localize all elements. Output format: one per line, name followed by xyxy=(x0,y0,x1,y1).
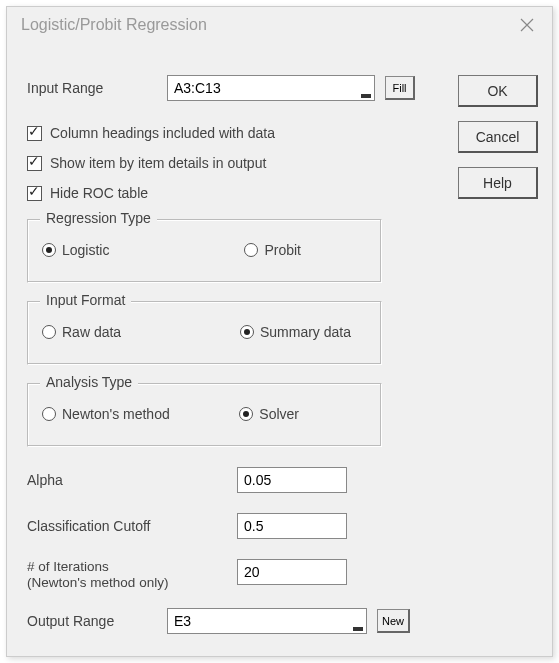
cancel-button[interactable]: Cancel xyxy=(458,121,538,153)
ok-button[interactable]: OK xyxy=(458,75,538,107)
radio-solver[interactable]: Solver xyxy=(239,406,299,422)
radio-summary-data[interactable]: Summary data xyxy=(240,324,351,340)
cutoff-row: Classification Cutoff xyxy=(27,513,538,539)
group-input-format-legend: Input Format xyxy=(40,292,131,308)
dialog-title: Logistic/Probit Regression xyxy=(21,16,207,34)
output-range-field[interactable] xyxy=(167,608,367,634)
radio-raw-label: Raw data xyxy=(62,324,121,340)
alpha-field[interactable] xyxy=(237,467,347,493)
iterations-label: # of Iterations (Newton's method only) xyxy=(27,559,237,590)
check-headings-label: Column headings included with data xyxy=(50,125,275,141)
output-range-row: Output Range New xyxy=(27,608,538,634)
check-details-box[interactable] xyxy=(27,156,42,171)
alpha-label: Alpha xyxy=(27,472,237,488)
radio-logistic[interactable]: Logistic xyxy=(42,242,109,258)
radio-newton-label: Newton's method xyxy=(62,406,170,422)
radio-probit-circle xyxy=(244,243,258,257)
radio-raw-circle xyxy=(42,325,56,339)
group-regression-legend: Regression Type xyxy=(40,210,157,226)
button-sidebar: OK Cancel Help xyxy=(458,75,538,199)
iterations-field[interactable] xyxy=(237,559,347,585)
radio-newton-circle xyxy=(42,407,56,421)
analysis-radio-row: Newton's method Solver xyxy=(42,406,371,422)
group-analysis-type: Analysis Type Newton's method Solver xyxy=(27,383,382,447)
cutoff-field[interactable] xyxy=(237,513,347,539)
fill-button[interactable]: Fill xyxy=(385,76,415,100)
radio-logistic-label: Logistic xyxy=(62,242,109,258)
output-range-picker-icon[interactable] xyxy=(353,627,363,631)
input-format-radio-row: Raw data Summary data xyxy=(42,324,371,340)
radio-raw-data[interactable]: Raw data xyxy=(42,324,121,340)
iterations-label1: # of Iterations xyxy=(27,559,109,574)
radio-probit[interactable]: Probit xyxy=(244,242,301,258)
close-icon[interactable] xyxy=(512,13,542,37)
range-picker-icon[interactable] xyxy=(361,94,371,98)
radio-solver-circle xyxy=(239,407,253,421)
check-hideroc-label: Hide ROC table xyxy=(50,185,148,201)
iterations-row: # of Iterations (Newton's method only) xyxy=(27,559,538,590)
radio-logistic-circle xyxy=(42,243,56,257)
dialog-window: Logistic/Probit Regression Input Range F… xyxy=(6,6,553,657)
help-button[interactable]: Help xyxy=(458,167,538,199)
input-range-field[interactable] xyxy=(167,75,375,101)
input-range-label: Input Range xyxy=(27,80,167,96)
new-button[interactable]: New xyxy=(377,609,410,633)
alpha-row: Alpha xyxy=(27,467,538,493)
regression-radio-row: Logistic Probit xyxy=(42,242,371,258)
titlebar: Logistic/Probit Regression xyxy=(7,7,552,43)
output-range-label: Output Range xyxy=(27,613,157,629)
radio-summary-circle xyxy=(240,325,254,339)
output-range-wrap xyxy=(167,608,367,634)
radio-summary-label: Summary data xyxy=(260,324,351,340)
check-headings-box[interactable] xyxy=(27,126,42,141)
group-analysis-legend: Analysis Type xyxy=(40,374,138,390)
dialog-body: Input Range Fill OK Cancel Help Column h… xyxy=(27,55,538,642)
cutoff-label: Classification Cutoff xyxy=(27,518,237,534)
group-input-format: Input Format Raw data Summary data xyxy=(27,301,382,365)
group-regression-type: Regression Type Logistic Probit xyxy=(27,219,382,283)
check-hideroc-box[interactable] xyxy=(27,186,42,201)
check-details-label: Show item by item details in output xyxy=(50,155,266,171)
input-range-wrap xyxy=(167,75,375,101)
iterations-label2: (Newton's method only) xyxy=(27,575,168,590)
radio-solver-label: Solver xyxy=(259,406,299,422)
radio-newton[interactable]: Newton's method xyxy=(42,406,170,422)
radio-probit-label: Probit xyxy=(264,242,301,258)
